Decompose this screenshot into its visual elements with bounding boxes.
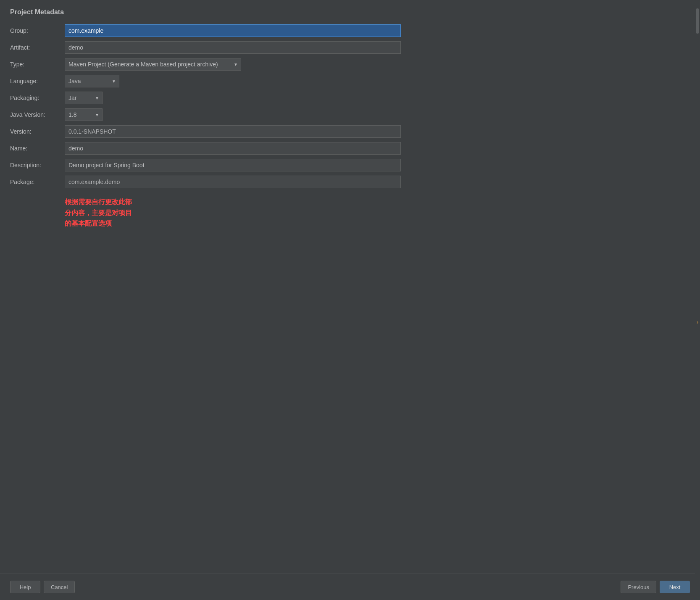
name-label: Name:: [10, 145, 65, 152]
dialog-footer: Help Cancel Previous Next: [0, 574, 700, 600]
project-metadata-dialog: › Project Metadata Group: Artifact: Type…: [0, 0, 700, 600]
type-row: Type: Maven Project (Generate a Maven ba…: [10, 58, 690, 71]
java-version-label: Java Version:: [10, 111, 65, 118]
packaging-label: Packaging:: [10, 95, 65, 101]
name-input[interactable]: [65, 142, 401, 155]
previous-button[interactable]: Previous: [621, 581, 656, 593]
package-input[interactable]: [65, 176, 401, 188]
java-version-row: Java Version: 1.8 11 17 ▼: [10, 108, 690, 121]
dialog-content: Project Metadata Group: Artifact: Type: …: [0, 0, 700, 574]
type-label: Type:: [10, 61, 65, 68]
packaging-row: Packaging: Jar War ▼: [10, 92, 690, 104]
packaging-select-wrapper: Jar War ▼: [65, 92, 103, 104]
group-row: Group:: [10, 24, 690, 37]
annotation-line3: 的基本配置选项: [65, 218, 690, 229]
language-select[interactable]: Java Kotlin Groovy: [65, 75, 119, 87]
scrollbar-thumb[interactable]: [696, 8, 699, 34]
footer-right: Previous Next: [621, 581, 690, 593]
type-select[interactable]: Maven Project (Generate a Maven based pr…: [65, 58, 241, 71]
cancel-button[interactable]: Cancel: [44, 581, 75, 593]
java-version-select-wrapper: 1.8 11 17 ▼: [65, 108, 103, 121]
artifact-row: Artifact:: [10, 41, 690, 54]
annotation-line2: 分内容，主要是对项目: [65, 208, 690, 218]
language-select-wrapper: Java Kotlin Groovy ▼: [65, 75, 119, 87]
help-button[interactable]: Help: [10, 581, 40, 593]
artifact-label: Artifact:: [10, 44, 65, 51]
artifact-input[interactable]: [65, 41, 401, 54]
dialog-title: Project Metadata: [10, 8, 690, 16]
form-table: Group: Artifact: Type: Maven Project (Ge…: [10, 24, 690, 188]
version-input[interactable]: [65, 125, 401, 138]
annotation-line1: 根据需要自行更改此部: [65, 197, 690, 208]
description-label: Description:: [10, 162, 65, 168]
language-label: Language:: [10, 78, 65, 84]
annotation-text: 根据需要自行更改此部 分内容，主要是对项目 的基本配置选项: [65, 197, 690, 229]
type-select-wrapper: Maven Project (Generate a Maven based pr…: [65, 58, 241, 71]
group-label: Group:: [10, 27, 65, 34]
scrollbar-chevron-right: ›: [695, 319, 700, 325]
package-label: Package:: [10, 179, 65, 185]
version-row: Version:: [10, 125, 690, 138]
description-input[interactable]: [65, 159, 401, 171]
footer-left: Help Cancel: [10, 581, 75, 593]
package-row: Package:: [10, 176, 690, 188]
language-row: Language: Java Kotlin Groovy ▼: [10, 75, 690, 87]
description-row: Description:: [10, 159, 690, 171]
version-label: Version:: [10, 128, 65, 135]
scrollbar[interactable]: ›: [695, 0, 700, 600]
next-button[interactable]: Next: [660, 581, 690, 593]
packaging-select[interactable]: Jar War: [65, 92, 103, 104]
group-input[interactable]: [65, 24, 401, 37]
java-version-select[interactable]: 1.8 11 17: [65, 108, 103, 121]
name-row: Name:: [10, 142, 690, 155]
